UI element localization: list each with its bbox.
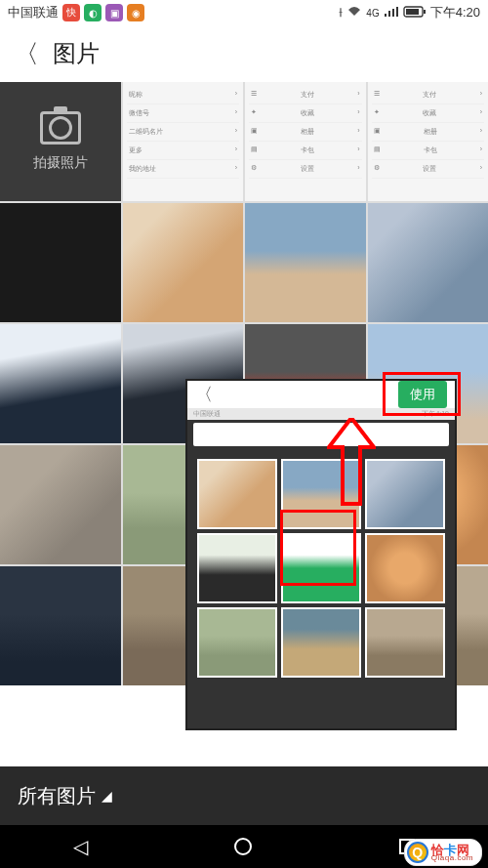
status-bar: 中国联通 快 ◐ ▣ ◉ ⫲ 4G 下午4:20 [0, 0, 488, 25]
vibrate-icon: ⫲ [339, 5, 343, 21]
annotation-arrow [327, 418, 376, 510]
overlay-search-row [187, 420, 455, 449]
camera-cell[interactable]: 拍摄照片 [0, 82, 121, 201]
nav-back[interactable]: ◁ [73, 835, 88, 858]
app-icon-4: ◉ [127, 4, 144, 21]
network-label: 4G [366, 8, 379, 19]
annotation-box-use [383, 372, 461, 416]
dropdown-icon: ◢ [102, 788, 112, 804]
annotation-box-selection [280, 510, 356, 586]
page-title: 图片 [53, 38, 100, 69]
watermark-url: Qiaqa.com [431, 854, 473, 862]
watermark-logo: Q [407, 842, 428, 863]
photo-thumb[interactable]: 昵称› 微信号› 二维码名片› 更多› 我的地址› [123, 82, 244, 201]
photo-thumb[interactable]: ☰支付› ✦收藏› ▣相册› ▤卡包› ⚙设置› [245, 82, 366, 201]
photo-thumb[interactable] [0, 324, 121, 443]
photo-thumb[interactable] [245, 203, 366, 322]
album-selector[interactable]: 所有图片 ◢ [0, 766, 488, 825]
photo-thumb[interactable]: ☰支付› ✦收藏› ▣相册› ▤卡包› ⚙设置› [368, 82, 489, 201]
overlay-thumb[interactable] [365, 533, 445, 603]
app-icon-1: 快 [62, 4, 80, 21]
watermark: Q 恰卡网 Qiaqa.com [404, 839, 482, 866]
time-label: 下午4:20 [430, 4, 480, 21]
overlay-thumb[interactable] [365, 607, 445, 678]
photo-thumb[interactable] [0, 203, 121, 322]
header: 〈 图片 [0, 25, 488, 82]
svg-rect-6 [424, 10, 426, 14]
back-button[interactable]: 〈 [14, 37, 39, 71]
photo-thumb[interactable] [123, 203, 244, 322]
overlay-thumb[interactable] [197, 607, 277, 678]
signal-icon [384, 6, 399, 21]
overlay-thumb[interactable] [281, 607, 361, 678]
app-icon-2: ◐ [84, 4, 102, 21]
battery-icon [403, 6, 427, 21]
overlay-back-button[interactable]: 〈 [195, 383, 213, 406]
photo-thumb[interactable] [368, 203, 489, 322]
svg-rect-1 [388, 11, 390, 17]
app-icon-3: ▣ [105, 4, 123, 21]
svg-rect-0 [385, 14, 386, 17]
camera-label: 拍摄照片 [33, 154, 88, 172]
album-label: 所有图片 [18, 783, 96, 809]
wifi-icon [346, 6, 362, 21]
overlay-thumb[interactable] [365, 459, 445, 529]
photo-thumb[interactable] [0, 566, 121, 685]
svg-rect-3 [396, 7, 398, 17]
overlay-thumb[interactable] [197, 459, 277, 529]
photo-thumb[interactable] [0, 445, 121, 564]
svg-rect-2 [392, 9, 394, 17]
carrier-label: 中国联通 [8, 4, 59, 21]
overlay-search-input[interactable] [193, 423, 449, 446]
svg-rect-5 [406, 9, 419, 15]
camera-icon [40, 111, 81, 145]
overlay-thumb[interactable] [197, 533, 277, 603]
nav-home[interactable] [234, 838, 252, 855]
